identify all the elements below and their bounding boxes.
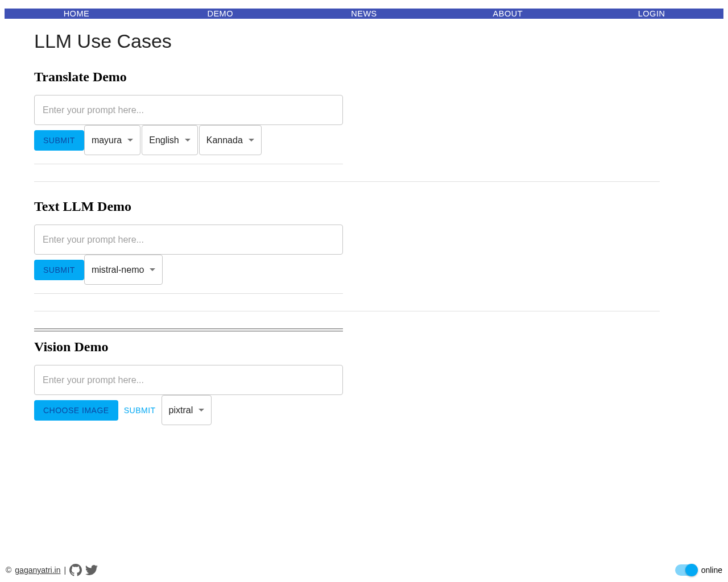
translate-submit-button[interactable]: Submit — [34, 130, 84, 151]
vision-top-rule — [34, 329, 343, 329]
nav-login[interactable]: LOGIN — [580, 9, 723, 18]
textllm-prompt-input[interactable] — [34, 225, 343, 255]
online-toggle[interactable] — [675, 564, 697, 576]
toggle-thumb — [685, 564, 698, 576]
dropdown-arrow-icon — [185, 139, 191, 142]
footer: © gaganyatri.in | online — [6, 564, 722, 576]
vision-choose-image-button[interactable]: Choose Image — [34, 400, 118, 421]
translate-source-lang-select[interactable]: English — [142, 125, 197, 155]
dropdown-arrow-icon — [198, 409, 204, 411]
section-divider — [34, 181, 660, 182]
vision-model-value: pixtral — [169, 405, 193, 415]
footer-copyright: © — [6, 566, 11, 575]
textllm-submit-button[interactable]: Submit — [34, 260, 84, 280]
dropdown-arrow-icon — [150, 268, 155, 271]
vision-model-select[interactable]: pixtral — [162, 395, 212, 425]
textllm-result-divider — [34, 293, 343, 294]
page-title: LLM Use Cases — [34, 30, 694, 52]
translate-target-lang-select[interactable]: Kannada — [199, 125, 262, 155]
vision-top-rule-2 — [34, 331, 343, 331]
textllm-section-title: Text LLM Demo — [34, 199, 694, 214]
translate-source-lang-value: English — [149, 135, 179, 146]
translate-model-select[interactable]: mayura — [84, 125, 140, 155]
nav-home[interactable]: HOME — [5, 9, 148, 18]
translate-result-divider — [34, 164, 343, 164]
nav-about[interactable]: ABOUT — [436, 9, 580, 18]
top-navbar: HOME DEMO NEWS ABOUT LOGIN — [5, 9, 723, 19]
vision-prompt-input[interactable] — [34, 365, 343, 395]
footer-separator: | — [64, 566, 67, 575]
vision-submit-button[interactable]: Submit — [118, 401, 162, 420]
twitter-icon[interactable] — [85, 564, 98, 576]
dropdown-arrow-icon — [127, 139, 133, 142]
online-status-label: online — [701, 566, 722, 575]
footer-link[interactable]: gaganyatri.in — [15, 566, 60, 575]
dropdown-arrow-icon — [249, 139, 254, 142]
translate-model-value: mayura — [92, 135, 122, 146]
github-icon[interactable] — [69, 564, 82, 576]
section-divider — [34, 311, 660, 311]
nav-news[interactable]: NEWS — [292, 9, 436, 18]
vision-section-title: Vision Demo — [34, 339, 694, 355]
textllm-model-value: mistral-nemo — [92, 265, 144, 275]
translate-prompt-input[interactable] — [34, 95, 343, 125]
translate-section-title: Translate Demo — [34, 69, 694, 85]
translate-target-lang-value: Kannada — [206, 135, 243, 146]
nav-demo[interactable]: DEMO — [148, 9, 292, 18]
textllm-model-select[interactable]: mistral-nemo — [84, 255, 163, 285]
